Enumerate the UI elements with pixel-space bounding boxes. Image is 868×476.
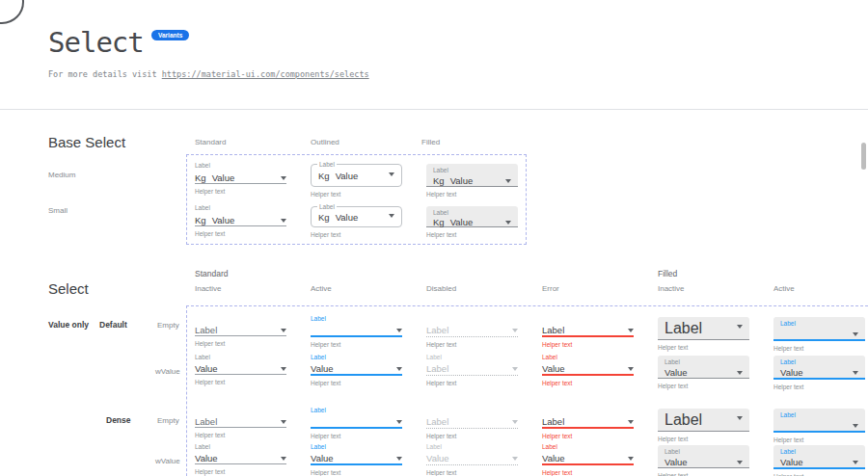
select-label: Label bbox=[426, 353, 518, 361]
select-underline bbox=[311, 374, 402, 376]
caret-down-icon bbox=[628, 329, 634, 332]
select-value: Value bbox=[542, 453, 565, 463]
select-value: Value bbox=[665, 457, 688, 467]
select-control[interactable]: Value bbox=[195, 361, 286, 374]
scrollbar-thumb[interactable] bbox=[861, 143, 866, 170]
select-control[interactable]: Label bbox=[542, 323, 634, 335]
select-value bbox=[780, 329, 783, 339]
select-dense-standard-active-wvalue[interactable]: Label Value Helper text bbox=[311, 442, 402, 476]
select-control[interactable]: Label bbox=[195, 414, 286, 427]
caret-down-icon bbox=[737, 461, 743, 464]
select-underline bbox=[542, 427, 634, 429]
select-control[interactable] bbox=[311, 414, 402, 427]
select-underline bbox=[195, 183, 286, 184]
caret-down-icon bbox=[737, 416, 743, 420]
caret-down-icon bbox=[396, 420, 402, 424]
select-dense-standard-active-empty[interactable]: Label Helper text bbox=[311, 406, 402, 439]
select-standard-inactive-empty[interactable]: Label Helper text bbox=[195, 314, 286, 347]
base-select-standard-medium[interactable]: Label KgValue Helper text bbox=[195, 161, 286, 195]
select-control[interactable]: Value bbox=[311, 451, 402, 463]
select-filled-inactive-wvalue[interactable]: Label Value Helper text bbox=[658, 356, 749, 389]
select-control: Label bbox=[426, 323, 518, 335]
select-placeholder: Label bbox=[665, 320, 702, 337]
select-control[interactable]: Label Value bbox=[658, 356, 749, 379]
select-control[interactable]: Label bbox=[658, 317, 749, 340]
select-dense-filled-inactive-wvalue[interactable]: Label Value Helper text bbox=[658, 445, 749, 476]
base-select-outlined-medium[interactable]: Label KgValue Helper text bbox=[311, 164, 402, 198]
select-control[interactable]: Label Value bbox=[773, 445, 865, 469]
material-ui-link[interactable]: https://material-ui.com/components/selec… bbox=[162, 69, 369, 79]
select-control[interactable]: Value bbox=[311, 361, 402, 374]
canvas-corner-mark bbox=[0, 0, 24, 24]
select-label: Label bbox=[426, 442, 518, 451]
select-standard-error-wvalue[interactable]: Label Value Helper text bbox=[542, 353, 634, 386]
select-standard-inactive-wvalue[interactable]: Label Value Helper text bbox=[195, 353, 286, 385]
select-standard-active-wvalue[interactable]: Label Value Helper text bbox=[311, 353, 402, 386]
column-header-standard: Standard bbox=[195, 138, 226, 146]
label-spacer bbox=[195, 406, 286, 414]
select-underline bbox=[542, 335, 634, 337]
select-dense-filled-active-wvalue[interactable]: Label Value Helper text bbox=[773, 445, 865, 476]
select-control[interactable]: Label KgValue bbox=[311, 206, 402, 227]
select-control[interactable]: Value bbox=[542, 451, 634, 463]
select-control[interactable]: Label KgValue bbox=[311, 164, 402, 187]
select-control[interactable]: Value bbox=[542, 361, 634, 374]
select-control[interactable]: Label Value bbox=[773, 356, 865, 380]
select-control[interactable]: Value bbox=[195, 451, 286, 463]
select-underline bbox=[311, 335, 402, 337]
helper-text: Helper text bbox=[542, 469, 634, 476]
select-control[interactable]: KgValue bbox=[195, 171, 286, 183]
select-control[interactable]: Label bbox=[773, 409, 865, 433]
select-filled-active-empty[interactable]: Label Helper text bbox=[773, 317, 865, 352]
select-control[interactable]: Label KgValue bbox=[426, 206, 518, 227]
select-label: Label bbox=[433, 166, 511, 174]
select-placeholder: Label bbox=[195, 325, 217, 335]
select-label: Label bbox=[780, 447, 858, 456]
select-standard-active-empty[interactable]: Label Helper text bbox=[311, 314, 402, 348]
helper-text: Helper text bbox=[426, 469, 518, 476]
helper-text: Helper text bbox=[426, 433, 518, 439]
caret-down-icon bbox=[512, 329, 518, 332]
helper-text: Helper text bbox=[773, 345, 865, 352]
base-select-outlined-small[interactable]: Label KgValue Helper text bbox=[311, 206, 402, 238]
select-filled-inactive-empty[interactable]: Label Helper text bbox=[658, 317, 749, 351]
select-dense-filled-inactive-empty[interactable]: Label Helper text bbox=[658, 409, 749, 442]
caret-down-icon bbox=[389, 214, 394, 218]
base-select-standard-small[interactable]: Label KgValue Helper text bbox=[195, 203, 286, 237]
select-control[interactable]: Label KgValue bbox=[426, 164, 518, 187]
select-control[interactable]: Label bbox=[773, 317, 865, 341]
select-value: Value bbox=[426, 453, 449, 463]
select-dense-standard-inactive-empty[interactable]: Label Helper text bbox=[195, 406, 286, 438]
select-control[interactable]: Label bbox=[542, 414, 634, 427]
helper-text: Helper text bbox=[426, 231, 518, 238]
select-filled-active-wvalue[interactable]: Label Value Helper text bbox=[773, 356, 865, 390]
select-label: Label bbox=[195, 203, 286, 212]
select-standard-error-empty[interactable]: Label Helper text bbox=[542, 314, 634, 348]
select-control[interactable]: KgValue bbox=[195, 213, 286, 225]
select-dense-filled-active-empty[interactable]: Label Helper text bbox=[773, 409, 865, 443]
base-select-filled-small[interactable]: Label KgValue Helper text bbox=[426, 206, 518, 238]
label-spacer bbox=[426, 314, 518, 323]
select-label: Label bbox=[542, 353, 634, 361]
select-value: Value bbox=[311, 453, 334, 463]
select-label: Label bbox=[311, 442, 402, 451]
base-select-filled-medium[interactable]: Label KgValue Helper text bbox=[426, 164, 518, 198]
variants-badge[interactable]: Variants bbox=[151, 30, 189, 40]
select-label: Label bbox=[195, 161, 286, 170]
select-dense-standard-error-empty[interactable]: Label Helper text bbox=[542, 406, 634, 439]
select-underline bbox=[542, 374, 634, 376]
select-dense-standard-error-wvalue[interactable]: Label Value Helper text bbox=[542, 442, 634, 476]
helper-text: Helper text bbox=[311, 433, 402, 439]
select-control[interactable]: Label bbox=[195, 323, 286, 335]
caret-down-icon bbox=[281, 367, 286, 371]
caret-down-icon bbox=[281, 420, 286, 424]
caret-down-icon bbox=[389, 172, 394, 176]
select-control[interactable]: Label Value bbox=[658, 445, 749, 468]
select-underline bbox=[195, 427, 286, 428]
select-dense-standard-inactive-wvalue[interactable]: Label Value Helper text bbox=[195, 442, 286, 475]
select-placeholder: Label bbox=[426, 416, 448, 427]
select-control[interactable] bbox=[311, 323, 402, 335]
caret-down-icon bbox=[281, 329, 286, 332]
select-control[interactable]: Label bbox=[658, 409, 749, 432]
select-label: Label bbox=[433, 208, 511, 217]
